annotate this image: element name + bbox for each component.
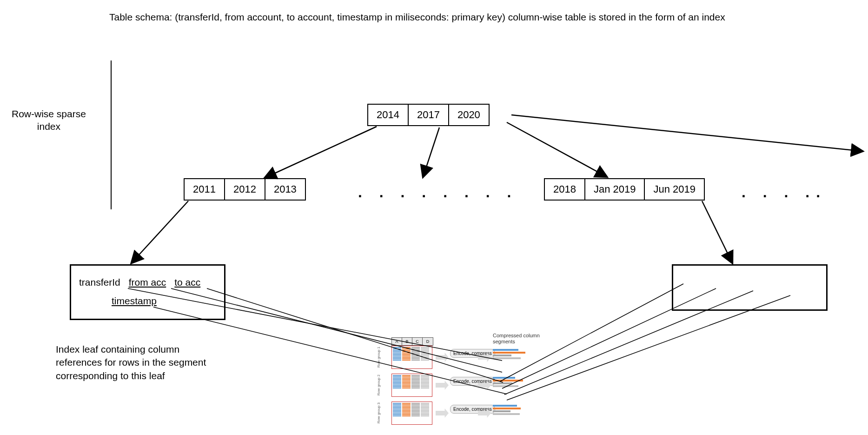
root-node: 2014 2017 2020 bbox=[367, 104, 490, 126]
leaf-left-row2: timestamp bbox=[112, 293, 200, 309]
leaf-right-box bbox=[672, 264, 828, 311]
leaf-left-row1: transferId from acc to acc bbox=[79, 274, 200, 290]
arrow-1 bbox=[436, 353, 449, 362]
grid-block-1 bbox=[391, 346, 432, 369]
svg-line-1 bbox=[423, 127, 439, 177]
svg-line-13 bbox=[507, 295, 790, 400]
leaf-caption-l3: corresponding to this leaf bbox=[56, 370, 165, 381]
schema-title: Table schema: (transferId, from account,… bbox=[109, 12, 725, 23]
ellipsis-middle: . . . . . . . . bbox=[358, 184, 517, 201]
root-cell-2014: 2014 bbox=[367, 104, 408, 126]
leaf-caption: Index leaf containing column references … bbox=[56, 343, 206, 382]
level1-right-node: 2018 Jan 2019 Jun 2019 bbox=[544, 178, 705, 201]
side-label: Row-wise sparse index bbox=[12, 107, 86, 133]
svg-line-4 bbox=[132, 201, 188, 263]
svg-line-0 bbox=[265, 127, 377, 178]
grid-block-2 bbox=[391, 374, 432, 397]
leaf-col-toacc: to acc bbox=[174, 274, 200, 290]
l1-right-jan2019: Jan 2019 bbox=[584, 178, 644, 201]
grid-block-3 bbox=[391, 402, 432, 425]
l1-right-2018: 2018 bbox=[544, 178, 584, 201]
l1-left-2013: 2013 bbox=[265, 178, 306, 201]
col-headers: A B C D bbox=[391, 337, 433, 346]
vertical-divider bbox=[111, 60, 112, 209]
leaf-col-fromacc: from acc bbox=[129, 274, 166, 290]
l1-left-2012: 2012 bbox=[224, 178, 265, 201]
l1-left-2011: 2011 bbox=[184, 178, 224, 201]
leaf-col-timestamp: timestamp bbox=[112, 295, 157, 306]
rowgroup-1-label: Row group 1 bbox=[377, 347, 381, 368]
col-header-D: D bbox=[423, 338, 433, 345]
seg-bars-1 bbox=[493, 349, 525, 359]
root-cell-2020: 2020 bbox=[448, 104, 490, 126]
rowgroup-3-label: Row group 3 bbox=[377, 402, 381, 423]
l1-right-jun2019: Jun 2019 bbox=[644, 178, 705, 201]
level1-left-node: 2011 2012 2013 bbox=[184, 178, 306, 201]
svg-line-5 bbox=[702, 201, 732, 263]
leaf-col-transferid: transferId bbox=[79, 274, 120, 290]
svg-line-3 bbox=[511, 115, 862, 151]
side-label-line1: Row-wise sparse bbox=[12, 108, 86, 119]
root-cell-2017: 2017 bbox=[408, 104, 448, 126]
side-label-line2: index bbox=[37, 121, 60, 132]
leaf-left-columns: transferId from acc to acc timestamp bbox=[79, 274, 200, 308]
leaf-caption-l1: Index leaf containing column bbox=[56, 344, 179, 355]
leaf-caption-l2: references for rows in the segment bbox=[56, 357, 206, 368]
ellipsis-right: . . . .. bbox=[742, 184, 827, 201]
col-header-C: C bbox=[412, 338, 423, 345]
compressed-segments-label: Compressed column segments bbox=[493, 333, 544, 345]
svg-line-2 bbox=[507, 122, 607, 177]
arrow-2 bbox=[436, 381, 449, 390]
seg-bars-3 bbox=[493, 405, 521, 415]
col-header-A: A bbox=[392, 338, 402, 345]
rowgroup-2-label: Row group 2 bbox=[377, 375, 381, 395]
col-header-B: B bbox=[402, 338, 412, 345]
arrow-3 bbox=[436, 408, 449, 418]
seg-bars-2 bbox=[493, 377, 523, 387]
column-segments-diagram: A B C D Row group 1 Row group 2 Row grou… bbox=[377, 337, 544, 435]
